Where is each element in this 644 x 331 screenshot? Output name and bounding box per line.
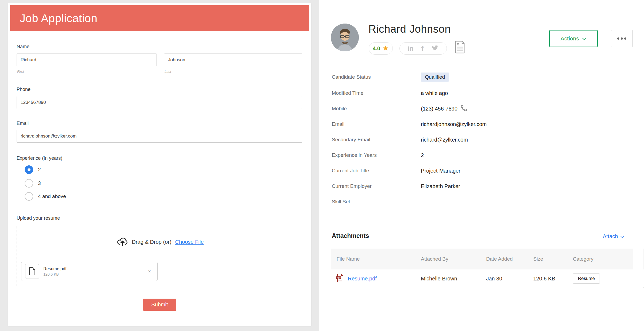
screenshot-root: Job Application Name First Last Phone Em… (0, 0, 644, 331)
last-name-input[interactable] (164, 54, 302, 66)
dropzone[interactable]: Drag & Drop (or) Choose File (17, 226, 304, 258)
twitter-icon[interactable] (431, 45, 439, 52)
rating-pill[interactable]: 4.0 ★ (369, 42, 393, 55)
attachments-table-header: File Name Attached By Date Added Size Ca… (331, 249, 633, 269)
radio-icon[interactable] (25, 179, 33, 188)
experience-label: Experience (In years) (17, 155, 62, 161)
radio-selected-icon[interactable] (25, 165, 33, 174)
cloud-upload-icon (117, 237, 128, 247)
actions-button[interactable]: Actions (549, 30, 598, 47)
candidate-avatar (331, 24, 359, 51)
table-overflow-sliver (643, 249, 644, 269)
radio-option-label: 2 (38, 167, 41, 173)
category-cell: Resume (573, 273, 633, 284)
more-options-button[interactable] (611, 30, 633, 47)
first-sublabel: First (17, 70, 24, 74)
radio-option-3[interactable]: 3 (25, 179, 41, 188)
rating-value: 4.0 (373, 45, 380, 52)
phone-icon[interactable] (460, 105, 467, 113)
linkedin-icon[interactable]: in (407, 45, 413, 52)
attachments-heading: Attachments (332, 232, 369, 239)
candidate-detail-panel: Richard Johnson 4.0 ★ in f Actions (319, 0, 644, 331)
email-label: Email (17, 121, 29, 126)
resume-preview-icon[interactable] (455, 41, 465, 55)
status-badge: Qualified (421, 73, 449, 82)
phone-label: Phone (17, 87, 31, 92)
phone-input[interactable] (17, 96, 302, 109)
radio-option-4-and-above[interactable]: 4 and above (25, 192, 66, 201)
first-name-input[interactable] (17, 54, 157, 66)
detail-row-experience-in-years: Experience in Years 2 (332, 151, 424, 160)
detail-row-secondary-email: Secondary Email richard@zylker.com (332, 135, 468, 144)
choose-file-link[interactable]: Choose File (175, 239, 204, 245)
upload-label: Upload your resume (17, 215, 60, 221)
star-icon: ★ (383, 45, 389, 52)
radio-icon[interactable] (25, 192, 33, 201)
email-input[interactable] (17, 130, 302, 143)
candidate-name: Richard Johnson (368, 23, 451, 35)
detail-row-modified-time: Modified Time a while ago (332, 89, 448, 98)
category-chip: Resume (573, 273, 600, 284)
file-size: 120.6 KB (43, 272, 148, 276)
name-label: Name (17, 44, 29, 50)
detail-row-skill-set: Skill Set (332, 197, 421, 206)
chevron-down-icon (620, 233, 624, 239)
detail-row-email: Email richardjohnson@zylker.com (332, 120, 487, 129)
attach-button[interactable]: Attach (603, 233, 624, 239)
submit-button[interactable]: Submit (143, 299, 176, 311)
last-sublabel: Last (165, 70, 171, 74)
detail-row-current-employer: Current Employer Elizabeth Parker (332, 182, 460, 191)
table-overflow-sliver-border (643, 287, 644, 288)
social-links-pill: in f (399, 42, 447, 55)
form-background: Job Application Name First Last Phone Em… (0, 0, 319, 331)
detail-row-mobile: Mobile (123) 456-7890 (332, 104, 467, 113)
form-header: Job Application (10, 5, 309, 31)
radio-option-2[interactable]: 2 (25, 165, 41, 174)
detail-row-candidate-status: Candidate Status Qualified (332, 73, 449, 82)
radio-option-label: 4 and above (38, 193, 66, 199)
chevron-down-icon (582, 35, 586, 42)
attachment-file-link[interactable]: Resume.pdf (348, 276, 377, 282)
attachment-row: PDF Resume.pdf Michelle Brown Jan 30 120… (331, 269, 633, 288)
file-info: Resume.pdf 120.6 KB (43, 267, 148, 276)
detail-row-current-job-title: Current Job Title Project-Manager (332, 166, 460, 175)
attached-by-cell: Michelle Brown (421, 276, 486, 282)
size-cell: 120.6 KB (533, 276, 573, 282)
facebook-icon[interactable]: f (421, 45, 423, 52)
pdf-file-icon: PDF (336, 273, 344, 284)
upload-area: Drag & Drop (or) Choose File Resume.pdf … (17, 226, 304, 286)
svg-text:PDF: PDF (337, 277, 341, 279)
document-icon (25, 264, 39, 279)
file-name: Resume.pdf (43, 267, 148, 271)
radio-option-label: 3 (38, 180, 41, 186)
remove-file-icon[interactable]: × (148, 269, 151, 274)
uploaded-file-chip: Resume.pdf 120.6 KB × (21, 262, 158, 281)
actions-label: Actions (561, 35, 579, 42)
dropzone-text: Drag & Drop (or) (132, 239, 172, 245)
more-dots-icon (617, 37, 619, 40)
attachments-table: File Name Attached By Date Added Size Ca… (331, 249, 633, 288)
form-title: Job Application (10, 12, 97, 25)
job-application-card: Job Application Name First Last Phone Em… (8, 3, 311, 326)
date-added-cell: Jan 30 (486, 276, 533, 282)
